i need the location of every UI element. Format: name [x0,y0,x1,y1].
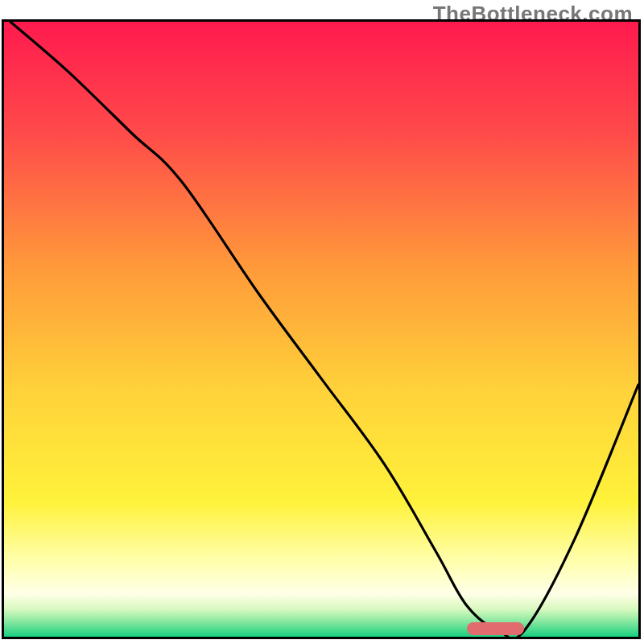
plot-area [2,19,641,639]
chart-frame: TheBottleneck.com [0,0,644,644]
optimal-range-marker [467,622,524,635]
bottleneck-curve [4,22,638,637]
